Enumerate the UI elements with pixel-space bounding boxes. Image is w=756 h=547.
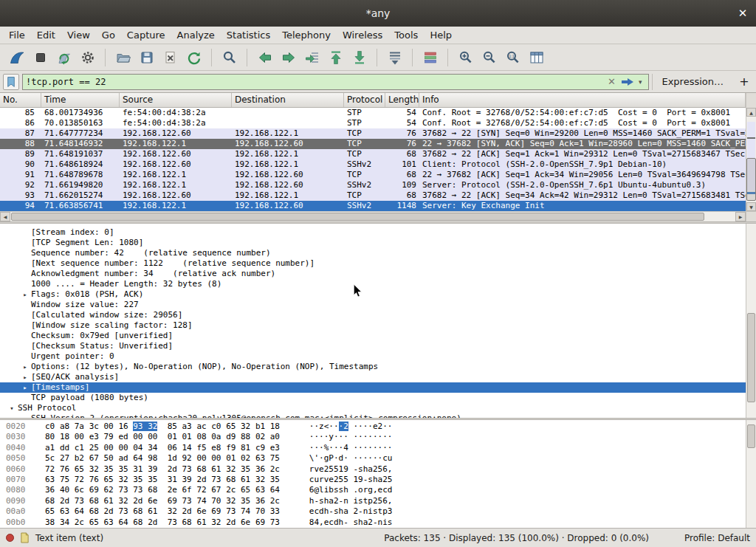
ascii-char[interactable]: a bbox=[343, 506, 348, 516]
menu-edit[interactable]: Edit bbox=[31, 27, 61, 43]
hex-byte[interactable]: 88 bbox=[241, 432, 250, 441]
hex-byte[interactable]: e3 bbox=[89, 432, 99, 441]
ascii-char[interactable]: c bbox=[382, 453, 388, 463]
hex-row-0030[interactable]: 0030 80 18 00 e3 79 ed 00 00 01 01 08 0a… bbox=[6, 432, 746, 442]
hex-byte[interactable]: 65 bbox=[241, 485, 250, 495]
packet-row-90[interactable]: 9071.648618924192.168.122.60192.168.122.… bbox=[0, 159, 746, 170]
hex-byte[interactable]: 68 bbox=[45, 496, 55, 506]
hex-byte[interactable]: 50 bbox=[104, 453, 114, 463]
hex-byte[interactable]: 85 bbox=[168, 422, 177, 431]
ascii-char[interactable]: - bbox=[358, 506, 363, 516]
hex-byte[interactable]: 68 bbox=[89, 496, 99, 506]
hex-byte[interactable]: 65 bbox=[89, 517, 99, 527]
column-header-destination[interactable]: Destination bbox=[232, 93, 344, 107]
menu-analyze[interactable]: Analyze bbox=[171, 27, 221, 43]
ascii-char[interactable]: s bbox=[373, 506, 378, 516]
hex-byte[interactable]: 32 bbox=[118, 496, 128, 506]
titlebar[interactable]: *any ✕ bbox=[0, 0, 756, 27]
hex-byte[interactable]: 68 bbox=[196, 464, 206, 474]
zoom-in-icon[interactable] bbox=[455, 47, 476, 68]
go-last-icon[interactable] bbox=[348, 47, 370, 68]
detail-line[interactable]: 1000 .... = Header Length: 32 bytes (8) bbox=[0, 279, 746, 289]
detail-line[interactable]: Window size value: 227 bbox=[0, 300, 746, 310]
hex-byte[interactable]: 14 bbox=[182, 443, 192, 453]
capture-options-icon[interactable] bbox=[77, 47, 98, 68]
ascii-char[interactable]: d bbox=[388, 485, 393, 495]
ascii-char[interactable]: · bbox=[368, 443, 373, 453]
ascii-char[interactable]: c bbox=[329, 517, 334, 527]
ascii-char[interactable]: 2 bbox=[373, 464, 378, 474]
hex-byte[interactable]: 6f bbox=[182, 485, 192, 495]
menu-file[interactable]: File bbox=[3, 27, 31, 43]
hex-byte[interactable]: 65 bbox=[226, 422, 236, 431]
scrollbar-thumb[interactable] bbox=[747, 424, 755, 448]
ascii-char[interactable]: p bbox=[368, 496, 373, 506]
expander-expanded-icon[interactable]: ▾ bbox=[6, 403, 18, 413]
ascii-char[interactable]: s bbox=[358, 496, 363, 506]
ascii-char[interactable]: s bbox=[334, 485, 339, 495]
hex-byte[interactable]: 61 bbox=[196, 517, 206, 527]
detail-line[interactable]: ▸[SEQ/ACK analysis] bbox=[0, 372, 746, 382]
ascii-char[interactable]: 6 bbox=[382, 464, 388, 474]
expander-collapsed-icon[interactable]: ▸ bbox=[19, 382, 31, 393]
hex-byte[interactable]: 64 bbox=[133, 453, 142, 463]
hex-row-0020[interactable]: 0020 c0 a8 7a 3c 00 16 93 32 85 a3 ac c0… bbox=[6, 422, 746, 432]
hex-byte[interactable]: 35 bbox=[148, 475, 157, 484]
ascii-char[interactable]: · bbox=[368, 432, 373, 441]
ascii-char[interactable]: 5 bbox=[329, 464, 334, 474]
hex-byte[interactable]: 67 bbox=[211, 485, 221, 495]
ascii-char[interactable]: · bbox=[329, 443, 334, 453]
ascii-char[interactable]: 2 bbox=[334, 475, 339, 484]
hex-byte[interactable]: 69 bbox=[89, 485, 99, 495]
column-header-no[interactable]: No. bbox=[0, 93, 41, 107]
ascii-char[interactable]: · bbox=[353, 432, 358, 441]
ascii-char[interactable]: h bbox=[358, 517, 363, 527]
hex-byte[interactable]: f5 bbox=[196, 443, 206, 453]
ascii-char[interactable]: 2 bbox=[334, 496, 339, 506]
hex-byte[interactable]: 64 bbox=[118, 517, 128, 527]
filter-bookmark-icon[interactable] bbox=[3, 74, 19, 90]
ascii-char[interactable]: · bbox=[358, 422, 363, 431]
hex-byte[interactable]: 80 bbox=[45, 432, 55, 441]
packet-row-89[interactable]: 8971.648191037192.168.122.60192.168.122.… bbox=[0, 149, 746, 159]
hex-byte[interactable]: a3 bbox=[182, 422, 192, 431]
hex-byte[interactable]: 68 bbox=[148, 485, 157, 495]
hex-byte[interactable]: c9 bbox=[255, 443, 265, 453]
detail-line[interactable]: [TCP Segment Len: 1080] bbox=[0, 238, 746, 248]
hex-byte[interactable]: 36 bbox=[255, 496, 265, 506]
hex-byte[interactable]: 81 bbox=[241, 443, 250, 453]
zoom-out-icon[interactable] bbox=[478, 47, 500, 68]
hex-row-00a0[interactable]: 00a0 65 63 64 68 2d 73 68 61 32 2d 6e 69… bbox=[6, 506, 746, 517]
ascii-char[interactable]: · bbox=[343, 453, 348, 463]
ascii-char[interactable]: d bbox=[319, 506, 324, 516]
ascii-char[interactable]: o bbox=[358, 485, 363, 495]
detail-line[interactable]: ▸SSH Version 2 (encryption:chacha20-poly… bbox=[0, 413, 746, 418]
packet-row-85[interactable]: 8568.001734936fe:54:00:d4:38:2aSTP54Conf… bbox=[0, 108, 746, 118]
hex-byte[interactable]: 39 bbox=[182, 475, 192, 484]
expander-collapsed-icon[interactable]: ▸ bbox=[19, 289, 31, 300]
hex-byte[interactable]: 01 bbox=[226, 453, 236, 463]
hex-byte[interactable]: 2c bbox=[75, 517, 84, 527]
hex-byte[interactable]: 36 bbox=[255, 464, 265, 474]
ascii-char[interactable]: · bbox=[368, 453, 373, 463]
open-file-icon[interactable] bbox=[112, 47, 134, 68]
hex-byte[interactable]: b2 bbox=[75, 453, 84, 463]
ascii-char[interactable]: 4 bbox=[343, 443, 348, 453]
hex-byte[interactable]: 79 bbox=[104, 432, 114, 441]
detail-line[interactable]: ▾SSH Protocol bbox=[0, 403, 746, 413]
hex-byte[interactable]: 2d bbox=[196, 475, 206, 484]
hex-byte[interactable]: 35 bbox=[133, 475, 142, 484]
hex-byte[interactable]: c0 bbox=[45, 422, 55, 431]
profile-label[interactable]: Profile: Default bbox=[684, 533, 750, 543]
ascii-char[interactable]: · bbox=[382, 422, 388, 431]
ascii-char[interactable]: 3 bbox=[388, 506, 393, 516]
ascii-char[interactable]: i bbox=[382, 517, 388, 527]
menu-telephony[interactable]: Telephony bbox=[276, 27, 337, 43]
hex-byte[interactable]: 35 bbox=[241, 464, 250, 474]
hex-byte[interactable]: 73 bbox=[118, 485, 128, 495]
hex-byte[interactable]: 2c bbox=[226, 485, 236, 495]
hex-byte[interactable]: 74 bbox=[196, 496, 206, 506]
hex-byte[interactable]: 6e bbox=[148, 496, 157, 506]
detail-line[interactable]: [Calculated window size: 29056] bbox=[0, 310, 746, 320]
hex-byte[interactable]: 00 bbox=[118, 443, 128, 453]
